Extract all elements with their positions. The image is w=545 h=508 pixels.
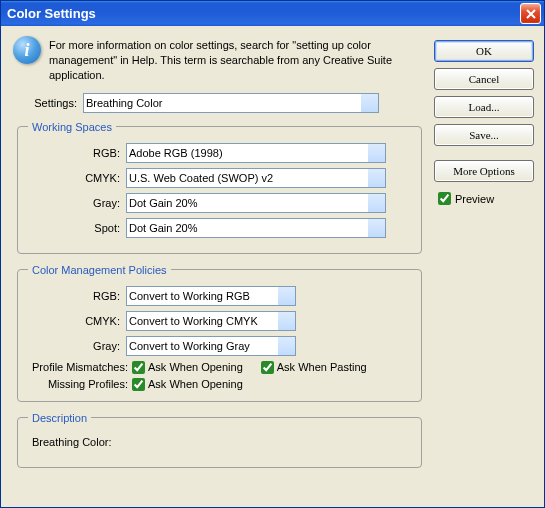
policies-group: Color Management Policies RGB: Convert t… xyxy=(17,264,422,402)
missing-opening-label: Ask When Opening xyxy=(148,378,243,390)
preview-checkbox[interactable] xyxy=(438,192,451,205)
working-spaces-legend: Working Spaces xyxy=(28,121,116,133)
ws-gray-label: Gray: xyxy=(28,197,120,209)
pol-cmyk-select[interactable]: Convert to Working CMYK xyxy=(126,311,296,331)
missing-label: Missing Profiles: xyxy=(28,378,128,390)
working-spaces-group: Working Spaces RGB: Adobe RGB (1998) CMY… xyxy=(17,121,422,254)
more-options-button[interactable]: More Options xyxy=(434,160,534,182)
close-button[interactable] xyxy=(520,3,541,24)
cancel-button[interactable]: Cancel xyxy=(434,68,534,90)
ws-cmyk-label: CMYK: xyxy=(28,172,120,184)
settings-select[interactable]: Breathing Color xyxy=(83,93,379,113)
ws-rgb-label: RGB: xyxy=(28,147,120,159)
info-text: For more information on color settings, … xyxy=(49,36,424,83)
titlebar: Color Settings xyxy=(1,1,544,26)
color-settings-dialog: Color Settings i For more information on… xyxy=(0,0,545,508)
preview-label: Preview xyxy=(455,193,494,205)
mismatch-pasting-checkbox[interactable] xyxy=(261,361,274,374)
info-icon: i xyxy=(13,36,41,64)
ws-gray-select[interactable]: Dot Gain 20% xyxy=(126,193,386,213)
description-group: Description Breathing Color: xyxy=(17,412,422,468)
ws-spot-label: Spot: xyxy=(28,222,120,234)
mismatch-pasting-label: Ask When Pasting xyxy=(277,361,367,373)
settings-label: Settings: xyxy=(27,97,77,109)
description-text: Breathing Color: xyxy=(28,434,411,450)
mismatch-label: Profile Mismatches: xyxy=(28,361,128,373)
pol-gray-label: Gray: xyxy=(28,340,120,352)
mismatch-opening-checkbox[interactable] xyxy=(132,361,145,374)
close-icon xyxy=(526,9,536,19)
ok-button[interactable]: OK xyxy=(434,40,534,62)
pol-cmyk-label: CMYK: xyxy=(28,315,120,327)
ws-rgb-select[interactable]: Adobe RGB (1998) xyxy=(126,143,386,163)
save-button[interactable]: Save... xyxy=(434,124,534,146)
policies-legend: Color Management Policies xyxy=(28,264,171,276)
description-legend: Description xyxy=(28,412,91,424)
pol-rgb-select[interactable]: Convert to Working RGB xyxy=(126,286,296,306)
ws-cmyk-select[interactable]: U.S. Web Coated (SWOP) v2 xyxy=(126,168,386,188)
mismatch-opening-label: Ask When Opening xyxy=(148,361,243,373)
pol-rgb-label: RGB: xyxy=(28,290,120,302)
pol-gray-select[interactable]: Convert to Working Gray xyxy=(126,336,296,356)
window-title: Color Settings xyxy=(7,6,96,21)
missing-opening-checkbox[interactable] xyxy=(132,378,145,391)
load-button[interactable]: Load... xyxy=(434,96,534,118)
ws-spot-select[interactable]: Dot Gain 20% xyxy=(126,218,386,238)
